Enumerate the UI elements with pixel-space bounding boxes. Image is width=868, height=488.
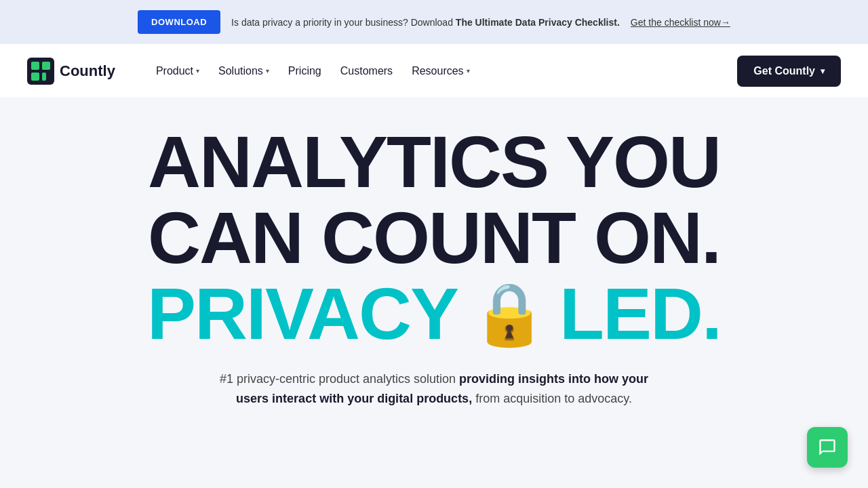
resources-chevron-icon: ▾ (467, 67, 470, 75)
product-chevron-icon: ▾ (196, 67, 199, 75)
svg-rect-0 (27, 58, 54, 85)
hero-description: #1 privacy-centric product analytics sol… (203, 369, 665, 409)
hero-subtitle: PRIVACY 🔒 LED. (147, 277, 721, 350)
top-banner: DOWNLOAD Is data privacy a priority in y… (0, 0, 868, 44)
logo-text: Countly (60, 62, 115, 80)
nav-item-solutions[interactable]: Solutions ▾ (210, 60, 277, 83)
chat-button[interactable] (807, 427, 848, 468)
nav-item-solutions-label: Solutions (218, 65, 263, 77)
logo[interactable]: Countly (27, 58, 115, 85)
svg-rect-3 (31, 73, 39, 81)
navbar: Countly Product ▾ Solutions ▾ Pricing Cu… (0, 44, 868, 98)
banner-text-plain: Is data privacy a priority in your busin… (231, 17, 456, 28)
hero-title-line1: ANALYTICS YOU (148, 125, 720, 199)
svg-rect-4 (42, 73, 46, 81)
solutions-chevron-icon: ▾ (266, 67, 269, 75)
hero-subtitle-led: LED. (559, 277, 721, 350)
banner-text-bold: The Ultimate Data Privacy Checklist. (456, 17, 620, 28)
svg-rect-1 (31, 62, 39, 70)
nav-item-product[interactable]: Product ▾ (148, 60, 208, 83)
hero-title-line2: CAN COUNT ON. (148, 201, 720, 274)
chat-icon (818, 438, 837, 457)
hero-description-end: from acquisition to advocacy. (472, 392, 632, 405)
logo-icon (27, 58, 54, 85)
svg-rect-2 (42, 62, 50, 70)
banner-checklist-link[interactable]: Get the checklist now→ (631, 17, 730, 28)
hero-description-plain: #1 privacy-centric product analytics sol… (220, 372, 459, 386)
hero-subtitle-privacy: PRIVACY (147, 277, 458, 350)
nav-item-pricing-label: Pricing (288, 65, 321, 77)
get-countly-label: Get Countly (753, 65, 815, 77)
nav-item-resources-label: Resources (412, 65, 463, 77)
hero-section: ANALYTICS YOU CAN COUNT ON. PRIVACY 🔒 LE… (0, 98, 868, 422)
get-countly-button[interactable]: Get Countly ▾ (737, 56, 841, 87)
lock-emoji-icon: 🔒 (471, 283, 546, 344)
banner-text: Is data privacy a priority in your busin… (231, 17, 620, 28)
nav-item-product-label: Product (156, 65, 193, 77)
nav-item-customers[interactable]: Customers (332, 60, 401, 83)
nav-item-pricing[interactable]: Pricing (280, 60, 330, 83)
get-countly-chevron-icon: ▾ (821, 66, 825, 76)
download-button[interactable]: DOWNLOAD (138, 10, 220, 34)
nav-links: Product ▾ Solutions ▾ Pricing Customers … (148, 60, 737, 83)
nav-item-customers-label: Customers (340, 65, 393, 77)
nav-item-resources[interactable]: Resources ▾ (403, 60, 477, 83)
